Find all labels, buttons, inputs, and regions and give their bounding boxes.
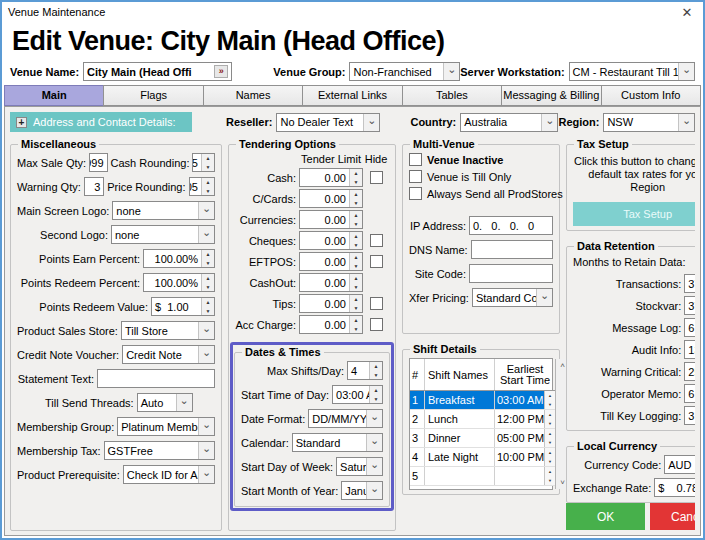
chevron-down-icon[interactable] [443, 63, 459, 80]
hide-eftpos-checkbox[interactable] [370, 255, 383, 268]
spin-up-icon[interactable] [545, 391, 555, 400]
close-icon[interactable]: ✕ [677, 5, 697, 20]
shift-row-4[interactable]: 4 Late Night 10:00 PM [410, 448, 555, 467]
chevron-down-icon[interactable] [366, 434, 382, 451]
chevron-down-icon[interactable] [678, 114, 694, 131]
spin-up-icon[interactable] [202, 250, 214, 259]
spin-down-icon[interactable] [350, 262, 362, 271]
chevron-down-icon[interactable] [366, 410, 382, 427]
spin-up-icon[interactable] [545, 448, 555, 457]
spin-up-icon[interactable] [545, 467, 555, 476]
ip-address-field[interactable]: 0. 0. 0. 0 [469, 216, 553, 235]
cashout-limit-spinner[interactable]: 0.00 [299, 273, 363, 292]
transactions-spinner[interactable]: 37 [684, 274, 695, 293]
spin-down-icon[interactable] [350, 178, 362, 187]
hide-tips-checkbox[interactable] [370, 297, 383, 310]
eftpos-limit-spinner[interactable]: 0.00 [299, 252, 363, 271]
scroll-up-icon[interactable]: ˄ [560, 361, 565, 370]
chevron-down-icon[interactable] [198, 322, 214, 339]
spin-down-icon[interactable] [545, 419, 555, 428]
chevron-down-icon[interactable] [363, 114, 379, 131]
tax-setup-button[interactable]: Tax Setup [573, 202, 695, 226]
tab-custom-info[interactable]: Custom Info [601, 85, 701, 106]
chevron-down-icon[interactable] [536, 289, 552, 306]
shift-row-3[interactable]: 3 Dinner 05:00 PM [410, 429, 555, 448]
site-code-field[interactable] [469, 264, 553, 283]
acc-charge-limit-spinner[interactable]: 0.00 [299, 315, 363, 334]
tab-tables[interactable]: Tables [402, 85, 502, 106]
max-sale-qty-field[interactable]: 999 [89, 153, 107, 172]
chevron-down-icon[interactable] [678, 63, 694, 80]
cash-rounding-spinner[interactable]: $ 0.05 [192, 153, 215, 172]
dns-name-field[interactable] [471, 240, 553, 259]
tab-messaging-billing[interactable]: Messaging & Billing [501, 85, 601, 106]
currencies-limit-spinner[interactable]: 0.00 [299, 210, 363, 229]
spin-up-icon[interactable] [545, 429, 555, 438]
max-shifts-spinner[interactable]: 4 [347, 361, 383, 380]
spin-up-icon[interactable] [350, 169, 362, 178]
chevron-down-icon[interactable] [198, 202, 214, 219]
venue-till-only-checkbox[interactable] [409, 170, 422, 183]
spin-down-icon[interactable] [545, 476, 555, 485]
reseller-select[interactable]: No Dealer Text [276, 113, 380, 132]
spin-down-icon[interactable] [545, 457, 555, 466]
currency-code-field[interactable]: AUD » [664, 455, 695, 474]
xfer-pricing-select[interactable]: Standard Cost [472, 288, 553, 307]
shift-row-1[interactable]: 1 Breakfast 03:00 AM [410, 391, 555, 410]
spin-down-icon[interactable] [350, 199, 362, 208]
audit-info-spinner[interactable]: 13 [684, 340, 695, 359]
hide-cheques-checkbox[interactable] [370, 234, 383, 247]
chevron-down-icon[interactable] [198, 442, 214, 459]
venue-group-select[interactable]: Non-Franchised [349, 62, 460, 81]
hide-cash-checkbox[interactable] [370, 171, 383, 184]
spin-down-icon[interactable] [350, 325, 362, 334]
product-sales-store-select[interactable]: Till Store [121, 321, 215, 340]
date-format-select[interactable]: DD/MM/YYYY [308, 409, 383, 428]
spin-down-icon[interactable] [202, 283, 214, 292]
spin-down-icon[interactable] [545, 400, 555, 409]
start-time-spinner[interactable]: 03:00 AM [332, 385, 383, 404]
cancel-button[interactable]: Cancel [650, 503, 695, 530]
venue-name-field[interactable]: City Main (Head Offi » [83, 62, 232, 81]
chevron-down-icon[interactable] [176, 394, 192, 411]
message-log-spinner[interactable]: 6 [684, 318, 695, 337]
product-prerequisite-select[interactable]: Check ID for Alcohol S [123, 465, 215, 484]
shift-row-2[interactable]: 2 Lunch 12:00 PM [410, 410, 555, 429]
spin-down-icon[interactable] [370, 371, 382, 380]
main-screen-logo-select[interactable]: none [112, 201, 215, 220]
spin-up-icon[interactable] [350, 253, 362, 262]
calendar-select[interactable]: Standard [292, 433, 383, 452]
warning-qty-field[interactable]: 3 [84, 177, 104, 196]
ok-button[interactable]: OK [566, 503, 645, 530]
spin-down-icon[interactable] [350, 304, 362, 313]
shift-row-5[interactable]: 5 [410, 467, 555, 486]
spin-down-icon[interactable] [202, 307, 214, 316]
spin-up-icon[interactable] [350, 274, 362, 283]
spin-up-icon[interactable] [202, 154, 214, 163]
country-select[interactable]: Australia [460, 113, 558, 132]
second-logo-select[interactable]: none [111, 225, 215, 244]
tab-main[interactable]: Main [4, 85, 104, 106]
operator-memo-spinner[interactable]: 6 [684, 384, 695, 403]
spin-down-icon[interactable] [350, 220, 362, 229]
send-prodstores-checkbox[interactable] [409, 187, 422, 200]
chevron-down-icon[interactable] [366, 482, 382, 499]
tab-names[interactable]: Names [203, 85, 303, 106]
scroll-down-icon[interactable]: ˅ [560, 478, 565, 487]
points-earn-percent-spinner[interactable]: 100.00% [143, 249, 215, 268]
spin-down-icon[interactable] [370, 395, 382, 404]
membership-group-select[interactable]: Platinum Members [117, 417, 215, 436]
region-select[interactable]: NSW [603, 113, 695, 132]
chevron-down-icon[interactable] [198, 226, 214, 243]
spin-up-icon[interactable] [202, 274, 214, 283]
spin-up-icon[interactable] [545, 410, 555, 419]
spin-down-icon[interactable] [350, 283, 362, 292]
chevron-down-icon[interactable] [198, 418, 214, 435]
chevron-down-icon[interactable] [366, 458, 382, 475]
cheques-limit-spinner[interactable]: 0.00 [299, 231, 363, 250]
till-key-logging-spinner[interactable]: 3 [684, 406, 695, 425]
server-workstation-select[interactable]: CM - Restaurant Till 1 [569, 62, 695, 81]
spin-down-icon[interactable] [350, 241, 362, 250]
spin-up-icon[interactable] [370, 386, 382, 395]
spin-down-icon[interactable] [202, 187, 214, 196]
